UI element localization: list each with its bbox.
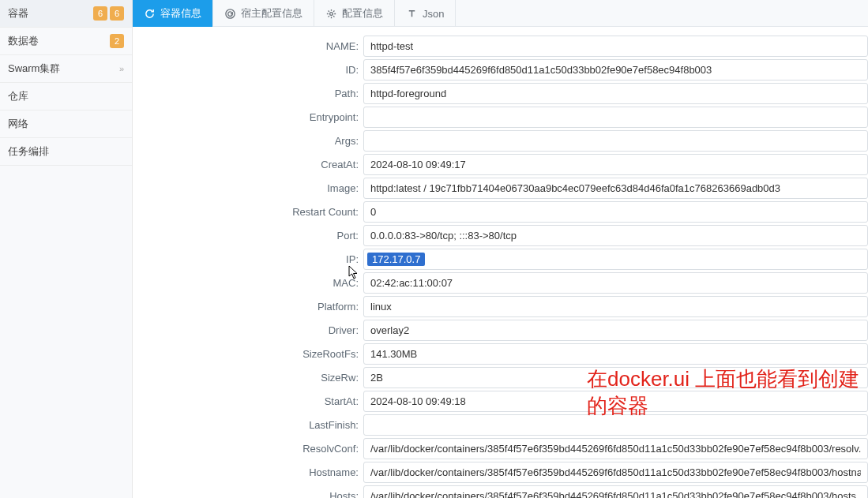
sidebar-item-label: 网络	[8, 117, 124, 131]
detail-value	[363, 225, 868, 246]
detail-row: Path:	[133, 82, 868, 104]
detail-row: LastFinish:	[133, 414, 868, 436]
detail-row: StartAt:	[133, 390, 868, 412]
detail-row: IP:172.17.0.7	[133, 248, 868, 270]
detail-input[interactable]	[363, 367, 868, 388]
detail-input[interactable]	[363, 178, 868, 199]
detail-value	[363, 320, 868, 341]
sidebar-item-label: 容器	[8, 6, 91, 21]
sidebar-item-volumes[interactable]: 数据卷 2	[0, 28, 132, 55]
detail-label: LastFinish:	[133, 419, 363, 431]
detail-label: NAME:	[133, 40, 363, 52]
detail-value	[363, 462, 868, 483]
detail-value	[363, 130, 868, 152]
detail-input[interactable]	[363, 154, 868, 175]
detail-input[interactable]	[363, 272, 868, 294]
main-panel: 容器信息 宿主配置信息 配置信息 Json	[133, 0, 868, 498]
detail-label: StartAt:	[133, 395, 363, 407]
detail-value	[363, 485, 868, 499]
detail-value	[363, 367, 868, 388]
detail-row: MAC:	[133, 271, 868, 294]
refresh-icon	[144, 8, 156, 20]
detail-row: Hosts:	[133, 485, 868, 498]
detail-label: Hosts:	[133, 490, 363, 499]
detail-row: Entrypoint:	[133, 106, 868, 128]
detail-row: Driver:	[133, 319, 868, 341]
detail-value	[363, 59, 868, 81]
tab-bar: 容器信息 宿主配置信息 配置信息 Json	[133, 0, 868, 27]
chevron-down-icon: »︎	[119, 64, 124, 73]
detail-input[interactable]	[363, 130, 868, 152]
sidebar-item-label: 数据卷	[8, 34, 107, 48]
detail-label: SizeRootFs:	[133, 348, 363, 360]
tab-config-info[interactable]: 配置信息	[314, 0, 395, 27]
detail-label: Hostname:	[133, 466, 363, 478]
detail-input[interactable]	[363, 59, 868, 81]
detail-row: Image:	[133, 177, 868, 199]
sidebar: 容器 6 6 数据卷 2 Swarm集群 »︎ 仓库 网络 任务编排	[0, 0, 133, 498]
tab-label: Json	[423, 8, 444, 20]
detail-label: MAC:	[133, 277, 363, 289]
detail-label: Port:	[133, 230, 363, 242]
detail-label: Driver:	[133, 324, 363, 336]
detail-input[interactable]	[363, 201, 868, 223]
detail-row: ID:	[133, 58, 868, 81]
detail-input[interactable]	[363, 462, 868, 483]
detail-input[interactable]	[363, 225, 868, 246]
detail-value	[363, 201, 868, 223]
detail-value: 172.17.0.7	[363, 249, 868, 270]
badge-count: 2	[110, 34, 124, 48]
detail-input[interactable]: 172.17.0.7	[363, 249, 868, 270]
tab-json[interactable]: Json	[395, 0, 456, 27]
gear-icon	[325, 8, 337, 20]
detail-value	[363, 414, 868, 436]
detail-input[interactable]	[363, 107, 868, 128]
detail-row: Platform:	[133, 295, 868, 317]
tab-container-info[interactable]: 容器信息	[133, 0, 213, 27]
text-icon	[406, 8, 418, 20]
sidebar-item-registry[interactable]: 仓库	[0, 83, 132, 110]
sidebar-item-label: Swarm集群	[8, 62, 119, 76]
detail-input[interactable]	[363, 438, 868, 459]
sidebar-item-swarm[interactable]: Swarm集群 »︎	[0, 55, 132, 83]
detail-row: Port:	[133, 224, 868, 246]
detail-value	[363, 36, 868, 57]
detail-value	[363, 391, 868, 412]
detail-input[interactable]	[363, 414, 868, 436]
sidebar-item-orchestration[interactable]: 任务编排	[0, 138, 132, 166]
detail-row: NAME:	[133, 35, 868, 57]
sidebar-item-label: 仓库	[8, 89, 124, 103]
detail-input[interactable]	[363, 296, 868, 317]
tab-host-config[interactable]: 宿主配置信息	[213, 0, 314, 27]
detail-row: SizeRw:	[133, 366, 868, 388]
detail-input[interactable]	[363, 391, 868, 412]
tab-label: 容器信息	[160, 6, 201, 21]
detail-row: SizeRootFs:	[133, 343, 868, 365]
sidebar-item-label: 任务编排	[8, 144, 124, 159]
detail-input[interactable]	[363, 485, 868, 499]
badge-total: 6	[110, 6, 124, 21]
sidebar-item-containers[interactable]: 容器 6 6	[0, 0, 132, 28]
detail-label: Image:	[133, 182, 363, 194]
detail-input[interactable]	[363, 36, 868, 57]
detail-input[interactable]	[363, 83, 868, 104]
detail-label: SizeRw:	[133, 372, 363, 384]
tab-label: 配置信息	[342, 6, 383, 21]
detail-value	[363, 178, 868, 199]
detail-label: Args:	[133, 135, 363, 147]
detail-row: CreatAt:	[133, 153, 868, 175]
detail-value	[363, 154, 868, 175]
detail-value	[363, 438, 868, 459]
detail-input[interactable]	[363, 343, 868, 365]
detail-value	[363, 343, 868, 365]
detail-input[interactable]	[363, 320, 868, 341]
detail-row: Args:	[133, 129, 868, 152]
detail-label: Path:	[133, 88, 363, 99]
detail-label: Restart Count:	[133, 206, 363, 218]
svg-point-0	[226, 9, 235, 17]
detail-row: ResolvConf:	[133, 437, 868, 459]
sidebar-item-network[interactable]: 网络	[0, 110, 132, 138]
badge-running: 6	[93, 6, 107, 21]
content-area: NAME:ID:Path:Entrypoint:Args:CreatAt:Ima…	[133, 27, 868, 498]
detail-label: Platform:	[133, 301, 363, 313]
